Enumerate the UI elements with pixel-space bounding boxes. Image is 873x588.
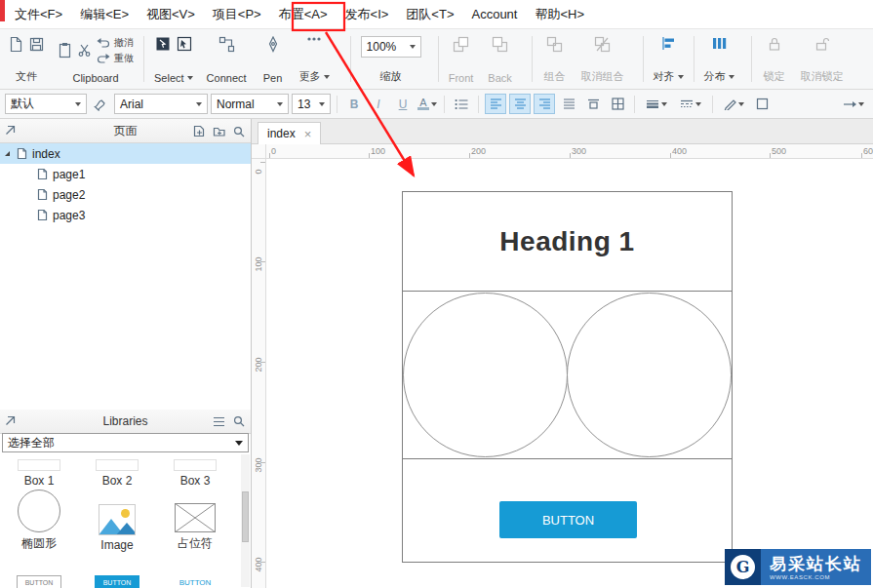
- align-left-button[interactable]: [485, 94, 506, 114]
- menu-item-file[interactable]: 文件<F>: [9, 1, 68, 28]
- bring-front-button[interactable]: [453, 36, 469, 53]
- send-back-button[interactable]: [492, 36, 508, 53]
- align-center-button[interactable]: [509, 94, 531, 114]
- select-tool-button[interactable]: [155, 36, 171, 52]
- library-item-button-outline[interactable]: BUTTON: [0, 552, 78, 588]
- wireframe-footer-section[interactable]: BUTTON: [403, 459, 732, 562]
- paste-button[interactable]: [58, 42, 72, 59]
- new-file-icon: [9, 36, 23, 53]
- new-file-button[interactable]: [9, 36, 23, 53]
- wireframe-circle-right[interactable]: [567, 293, 732, 457]
- line-weight-select[interactable]: [641, 94, 672, 114]
- wireframe-heading-section[interactable]: Heading 1: [403, 192, 732, 292]
- pages-collapse-button[interactable]: [5, 125, 16, 136]
- align-right-button[interactable]: [534, 94, 555, 114]
- libraries-search-button[interactable]: [233, 415, 245, 427]
- library-item-box3[interactable]: Box 3: [156, 454, 234, 488]
- tree-item-page1[interactable]: page1: [0, 164, 251, 184]
- library-item-button-fill[interactable]: BUTTON: [78, 552, 156, 588]
- cut-button[interactable]: [78, 44, 91, 57]
- save-button[interactable]: [29, 37, 44, 52]
- group-button[interactable]: [546, 36, 563, 53]
- align-justify-button[interactable]: [558, 94, 579, 114]
- chevron-down-icon: [196, 102, 202, 106]
- bold-button[interactable]: B: [343, 94, 365, 114]
- select-intersect-button[interactable]: [177, 36, 192, 52]
- menu-item-project[interactable]: 项目<P>: [207, 1, 267, 28]
- widget-style-select[interactable]: 默认: [5, 94, 87, 114]
- wireframe-button[interactable]: BUTTON: [499, 501, 637, 538]
- menu-item-arrange[interactable]: 布置<A>: [273, 1, 334, 28]
- add-page-button[interactable]: [193, 125, 205, 137]
- undo-label: 撤消: [114, 36, 134, 49]
- library-item-box2[interactable]: Box 2: [78, 454, 156, 488]
- add-folder-button[interactable]: [213, 126, 225, 137]
- menu-item-publish[interactable]: 发布<I>: [339, 1, 395, 28]
- menu-item-help[interactable]: 帮助<H>: [529, 1, 590, 28]
- redo-label: 重做: [114, 52, 134, 64]
- watermark-title: 易采站长站: [770, 555, 862, 574]
- add-page-icon: [193, 125, 205, 137]
- tree-item-page2[interactable]: page2: [0, 184, 251, 205]
- font-size-select[interactable]: 13: [292, 94, 331, 114]
- pen-button[interactable]: [266, 36, 280, 53]
- chevron-down-icon: [695, 102, 701, 106]
- chevron-down-icon: [324, 75, 330, 79]
- connect-button[interactable]: [218, 36, 235, 53]
- libraries-collapse-button[interactable]: [5, 415, 16, 426]
- library-item-ellipse[interactable]: 椭圆形: [0, 488, 78, 552]
- ungroup-label: 取消组合: [581, 69, 624, 84]
- font-weight-select[interactable]: Normal: [211, 94, 289, 114]
- ungroup-button[interactable]: [594, 36, 611, 53]
- align-button[interactable]: [661, 36, 676, 51]
- main-toolbar: 文件 撤消 重做: [0, 29, 873, 90]
- library-item-box1[interactable]: Box 1: [0, 454, 78, 488]
- back-label: Back: [488, 72, 511, 84]
- italic-button[interactable]: I: [368, 94, 389, 114]
- redo-button[interactable]: 重做: [97, 52, 134, 64]
- zoom-select[interactable]: 100%: [361, 36, 421, 58]
- border-box-icon: [756, 98, 769, 110]
- tree-item-page3[interactable]: page3: [0, 205, 251, 225]
- undo-button[interactable]: 撤消: [97, 36, 134, 49]
- library-item-button-link[interactable]: BUTTON: [156, 552, 234, 588]
- library-item-placeholder[interactable]: 占位符: [156, 488, 234, 552]
- line-style-select[interactable]: [675, 94, 706, 114]
- wireframe-circle-left[interactable]: [403, 293, 568, 457]
- distribute-button[interactable]: [712, 36, 727, 51]
- font-family-select[interactable]: Arial: [114, 94, 208, 114]
- tab-index[interactable]: index ×: [258, 122, 321, 144]
- arrow-style-select[interactable]: [839, 94, 868, 114]
- library-item-image[interactable]: Image: [78, 488, 156, 552]
- grid-button[interactable]: [607, 94, 628, 114]
- tree-item-index[interactable]: index: [0, 143, 251, 164]
- border-pen-button[interactable]: [719, 94, 748, 114]
- vertical-align-button[interactable]: [582, 94, 604, 114]
- lock-button[interactable]: [768, 36, 781, 52]
- more-shapes-button[interactable]: [306, 36, 322, 42]
- wireframe-heading[interactable]: Heading 1: [499, 226, 634, 257]
- unlock-button[interactable]: [814, 36, 830, 52]
- align-center-icon: [514, 98, 527, 109]
- library-filter-select[interactable]: 选择全部: [2, 433, 249, 452]
- bullet-list-button[interactable]: [451, 94, 472, 114]
- menu-item-account[interactable]: Account: [465, 1, 523, 28]
- underline-button[interactable]: U: [392, 94, 414, 114]
- expand-twisty-icon[interactable]: [5, 151, 10, 156]
- scrollbar-thumb[interactable]: [242, 491, 249, 542]
- pages-search-button[interactable]: [233, 126, 245, 137]
- wireframe-circles-section[interactable]: [403, 292, 732, 459]
- font-color-button[interactable]: A: [417, 94, 438, 114]
- menu-item-team[interactable]: 团队<T>: [400, 1, 459, 28]
- libraries-menu-button[interactable]: [213, 416, 225, 427]
- toolbar-separator: [143, 36, 144, 82]
- close-icon[interactable]: ×: [304, 128, 312, 140]
- library-items-grid: Box 1 Box 2 Box 3 椭圆形 Image: [0, 454, 239, 588]
- libraries-scrollbar[interactable]: [241, 454, 250, 587]
- wireframe-container-rect[interactable]: Heading 1 BUTTON: [402, 191, 733, 563]
- border-visibility-button[interactable]: [751, 94, 773, 114]
- menu-item-view[interactable]: 视图<V>: [140, 1, 201, 28]
- format-painter-button[interactable]: [90, 94, 111, 114]
- menu-item-edit[interactable]: 编辑<E>: [74, 1, 135, 28]
- design-canvas[interactable]: Heading 1 BUTTON: [266, 159, 873, 588]
